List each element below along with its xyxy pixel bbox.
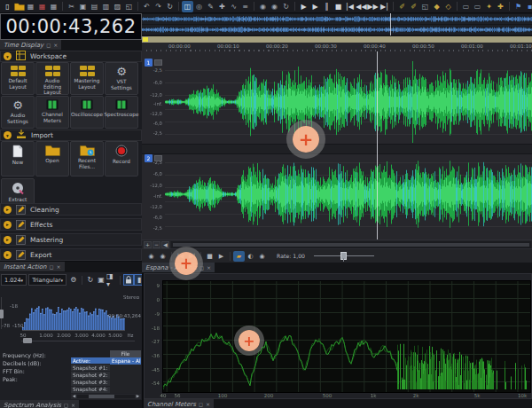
play-icon[interactable]: ▶ bbox=[215, 251, 227, 262]
close-icon[interactable]: × bbox=[207, 264, 211, 271]
workspace-button-audio-settings[interactable]: ⚙Audio Settings bbox=[1, 96, 35, 129]
loop-playback-icon[interactable]: ◉ bbox=[257, 1, 269, 12]
play-device-icon[interactable]: ◉ bbox=[157, 251, 168, 262]
lock-icon[interactable] bbox=[123, 274, 134, 286]
float-icon[interactable]: ◻ bbox=[46, 42, 51, 48]
paste-special-icon[interactable]: ▥ bbox=[100, 1, 112, 12]
pause-icon[interactable]: ‖ bbox=[321, 1, 332, 12]
rate-slider-track[interactable] bbox=[314, 255, 374, 256]
edit-cursor[interactable] bbox=[377, 51, 378, 239]
workspace-button-spectroscope[interactable]: Spectroscope bbox=[105, 96, 138, 129]
snapshot-icon[interactable]: ▣ bbox=[96, 274, 106, 286]
region-marker-icon[interactable]: ▪ bbox=[524, 1, 532, 12]
refresh-icon[interactable]: ↻ bbox=[85, 274, 96, 286]
marker-gem-2-icon[interactable]: ◇ bbox=[442, 1, 454, 12]
y-zoom-slider-handle[interactable] bbox=[0, 310, 4, 318]
collapse-arrow-icon[interactable]: ▾ bbox=[4, 52, 12, 60]
cut-icon[interactable]: ✂ bbox=[66, 1, 77, 12]
tab-instant-action[interactable]: Instant Action ◻ × bbox=[0, 262, 65, 271]
settings-icon[interactable]: ⚙ bbox=[68, 274, 79, 286]
workspace-button-mastering-layout[interactable]: Mastering Layout bbox=[70, 62, 104, 95]
import-section-header[interactable]: ▾ Import bbox=[0, 129, 142, 141]
section-cleaning[interactable]: ▸Cleaning bbox=[0, 203, 142, 216]
region-box-icon[interactable]: ▭ bbox=[460, 1, 472, 12]
workspace-button-oscilloscope[interactable]: Oscilloscope bbox=[70, 96, 104, 129]
play-device-icon[interactable]: ◉ bbox=[269, 1, 280, 12]
editor-hscroll-track[interactable] bbox=[171, 241, 531, 248]
zoom-in-button[interactable]: + bbox=[144, 241, 152, 248]
channel-2-waveform[interactable] bbox=[165, 153, 532, 236]
channel-2-minimize[interactable] bbox=[154, 155, 162, 161]
window-type-select[interactable]: Triangular▾ bbox=[28, 274, 66, 286]
redo-icon[interactable]: ↷ bbox=[153, 1, 164, 12]
new-file-icon[interactable]: ▯ bbox=[2, 1, 13, 12]
overview-waveform[interactable] bbox=[142, 13, 532, 35]
hscroll-thumb[interactable] bbox=[89, 395, 114, 398]
go-to-start-icon[interactable]: |◀ bbox=[344, 1, 356, 12]
channel-1-badge[interactable]: 1 bbox=[145, 59, 153, 67]
channel-1-waveform[interactable] bbox=[165, 60, 532, 144]
expand-arrow-icon[interactable]: ▸ bbox=[4, 251, 12, 259]
tab-time-display[interactable]: Time Display ◻ × bbox=[0, 40, 61, 50]
event-tool-icon[interactable]: ✚ bbox=[216, 1, 228, 12]
loop-start-handle[interactable] bbox=[143, 37, 148, 42]
envelope-tool-icon[interactable]: ∿ bbox=[228, 1, 239, 12]
tab-spectrum-analysis[interactable]: Spectrum Analysis ◻ × bbox=[0, 400, 79, 408]
magnify-tool-icon[interactable]: ◎ bbox=[193, 1, 205, 12]
edit-tool-icon[interactable]: ◫ bbox=[182, 1, 193, 12]
replay-icon[interactable]: ↻ bbox=[280, 1, 292, 12]
paste-icon[interactable]: ▤ bbox=[89, 1, 100, 12]
waveform-editor[interactable]: -2,5-6,0-12,0-inf.-12,0-6,0-2,5 -2,5-6,0… bbox=[142, 51, 532, 239]
workspace-button-default-layout[interactable]: Default Layout bbox=[1, 62, 35, 95]
sparkle-tool-icon[interactable]: ✦ bbox=[483, 1, 495, 12]
pencil-yellow-2-icon[interactable]: ✐ bbox=[408, 1, 419, 12]
scroll-left-icon[interactable]: ◀ bbox=[71, 394, 77, 398]
import-button-recent-files-[interactable]: Recent Files... bbox=[70, 141, 104, 177]
section-mastering[interactable]: ▸Mastering bbox=[0, 233, 142, 246]
expand-arrow-icon[interactable]: ▸ bbox=[4, 221, 12, 229]
open-icon[interactable] bbox=[13, 1, 25, 12]
fft-size-select[interactable]: 1.024▾ bbox=[1, 274, 27, 286]
fast-forward-icon[interactable]: ▶▶ bbox=[367, 1, 379, 12]
stop-icon[interactable]: ■ bbox=[204, 251, 215, 262]
save-all-icon[interactable]: ▦ bbox=[48, 1, 59, 12]
float-icon[interactable]: ◻ bbox=[50, 263, 54, 270]
overview-playhead[interactable] bbox=[390, 13, 391, 35]
table-row[interactable]: Snapshot #4: bbox=[71, 387, 141, 394]
float-icon[interactable]: ◻ bbox=[200, 264, 204, 271]
close-icon[interactable]: × bbox=[53, 42, 58, 48]
loop-region-bar[interactable] bbox=[142, 35, 532, 43]
scroll-right-icon[interactable]: ▶ bbox=[135, 394, 141, 398]
import-button-open[interactable]: Open bbox=[35, 141, 69, 177]
paste-mix-icon[interactable]: ▨ bbox=[112, 1, 123, 12]
workspace-section-header[interactable]: ▾ Workspace bbox=[0, 51, 142, 62]
section-export[interactable]: ▸Export bbox=[0, 248, 142, 261]
expand-arrow-icon[interactable]: ▸ bbox=[4, 236, 12, 244]
go-to-end-icon[interactable]: ▶| bbox=[379, 1, 390, 12]
import-button-new[interactable]: New bbox=[1, 141, 35, 177]
pencil-yellow-icon[interactable]: ✐ bbox=[396, 1, 408, 12]
editor-hscroll-thumb[interactable] bbox=[173, 243, 529, 247]
channel-1-minimize[interactable] bbox=[154, 59, 162, 66]
touch-tool-icon[interactable]: ≡ bbox=[239, 1, 251, 12]
rewind-icon[interactable]: ◀◀ bbox=[356, 1, 367, 12]
scrub-tool-icon[interactable]: ▰ bbox=[233, 251, 245, 262]
play-all-icon[interactable]: ▶ bbox=[298, 1, 309, 12]
workspace-button-vst-settings[interactable]: ⚙VST Settings bbox=[105, 62, 138, 95]
close-icon[interactable]: × bbox=[206, 401, 210, 407]
table-hscrollbar[interactable]: ◀ ▶ bbox=[71, 394, 141, 399]
x-scroll-handle[interactable] bbox=[23, 338, 32, 343]
import-button-record[interactable]: Record bbox=[105, 141, 138, 177]
undo-icon[interactable]: ↶ bbox=[141, 1, 153, 12]
section-effects[interactable]: ▸Effects bbox=[0, 218, 142, 231]
selection-tool-icon[interactable]: ◱ bbox=[419, 1, 431, 12]
repeat-icon[interactable]: ↻ bbox=[164, 1, 176, 12]
crosshair-tool-icon[interactable]: ✚ bbox=[495, 1, 506, 12]
monitor-half-icon[interactable]: ◐ bbox=[245, 251, 256, 262]
workspace-button-channel-meters[interactable]: Channel Meters bbox=[35, 96, 69, 129]
stop-icon[interactable]: ■ bbox=[332, 1, 344, 12]
zoom-out-button[interactable]: − bbox=[153, 241, 160, 248]
collapse-arrow-icon[interactable]: ▾ bbox=[4, 131, 12, 139]
float-icon[interactable]: ◻ bbox=[199, 401, 203, 407]
float-icon[interactable]: ◻ bbox=[64, 402, 68, 408]
